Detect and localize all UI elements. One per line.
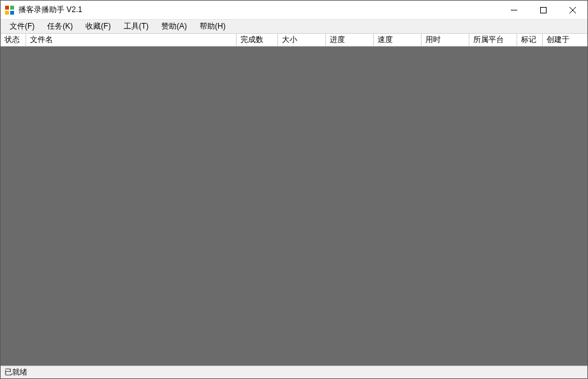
col-completed[interactable]: 完成数 [237, 34, 278, 46]
col-speed[interactable]: 速度 [374, 34, 422, 46]
menubar: 文件(F) 任务(K) 收藏(F) 工具(T) 赞助(A) 帮助(H) [1, 20, 587, 34]
svg-rect-5 [541, 7, 547, 13]
menu-favorites[interactable]: 收藏(F) [79, 20, 117, 33]
col-size[interactable]: 大小 [278, 34, 326, 46]
window-title: 播客录播助手 V2.1 [18, 4, 82, 15]
col-created[interactable]: 创建于 [543, 34, 587, 46]
menu-sponsor[interactable]: 赞助(A) [155, 20, 193, 33]
svg-rect-1 [10, 6, 14, 10]
svg-rect-3 [10, 11, 14, 15]
window-controls [499, 1, 587, 19]
content-area[interactable] [1, 46, 587, 366]
menu-help[interactable]: 帮助(H) [193, 20, 232, 33]
titlebar: 播客录播助手 V2.1 [1, 1, 587, 20]
close-button[interactable] [558, 1, 587, 19]
maximize-button[interactable] [529, 1, 558, 19]
col-progress[interactable]: 进度 [326, 34, 374, 46]
menu-tools[interactable]: 工具(T) [117, 20, 155, 33]
col-status[interactable]: 状态 [1, 34, 26, 46]
column-headers: 状态 文件名 完成数 大小 进度 速度 用时 所属平台 标记 创建于 [1, 34, 587, 46]
col-platform[interactable]: 所属平台 [469, 34, 517, 46]
statusbar: 已就绪 [1, 366, 587, 378]
col-mark[interactable]: 标记 [517, 34, 543, 46]
menu-file[interactable]: 文件(F) [3, 20, 41, 33]
svg-rect-2 [5, 11, 9, 15]
col-filename[interactable]: 文件名 [26, 34, 237, 46]
app-icon [4, 5, 15, 15]
status-text: 已就绪 [4, 367, 27, 378]
minimize-button[interactable] [499, 1, 529, 19]
menu-task[interactable]: 任务(K) [41, 20, 79, 33]
svg-rect-0 [5, 6, 9, 10]
col-time[interactable]: 用时 [422, 34, 469, 46]
